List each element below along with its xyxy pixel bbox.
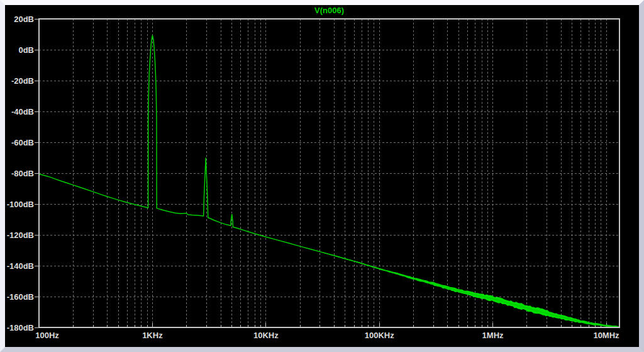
y-axis-label: -60dB	[11, 138, 34, 147]
x-axis-label: 100KHz	[365, 331, 394, 340]
y-axis-label: -140dB	[7, 261, 34, 271]
y-axis-label: -180dB	[7, 323, 34, 332]
x-axis-label: 1KHz	[142, 331, 163, 340]
trace-vn006	[39, 35, 619, 327]
y-axis-label: 20dB	[14, 14, 34, 24]
y-axis-label: -80dB	[11, 169, 34, 178]
window-bevel-frame: 20dB0dB-20dB-40dB-60dB-80dB-100dB-120dB-…	[0, 0, 644, 352]
fft-plot-surface[interactable]: 20dB0dB-20dB-40dB-60dB-80dB-100dB-120dB-…	[5, 5, 639, 347]
trace-label[interactable]: V(n006)	[314, 6, 344, 15]
y-axis-label: -40dB	[11, 107, 34, 116]
y-axis-label: 0dB	[18, 45, 34, 55]
y-axis-label: -160dB	[7, 292, 34, 302]
noise-band	[323, 252, 619, 327]
x-axis-label: 1MHz	[482, 331, 504, 340]
y-axis-label: -20dB	[11, 76, 34, 86]
x-axis-label: 10KHz	[253, 331, 279, 340]
y-axis-label: -100dB	[7, 200, 34, 209]
y-axis-label: -120dB	[7, 230, 34, 240]
x-axis-label: 100Hz	[35, 331, 59, 340]
plot-layer: 20dB0dB-20dB-40dB-60dB-80dB-100dB-120dB-…	[7, 14, 619, 341]
x-axis-label: 10MHz	[593, 331, 619, 340]
ltspice-plot-window: { "chart_data": { "type": "line", "title…	[0, 0, 644, 352]
